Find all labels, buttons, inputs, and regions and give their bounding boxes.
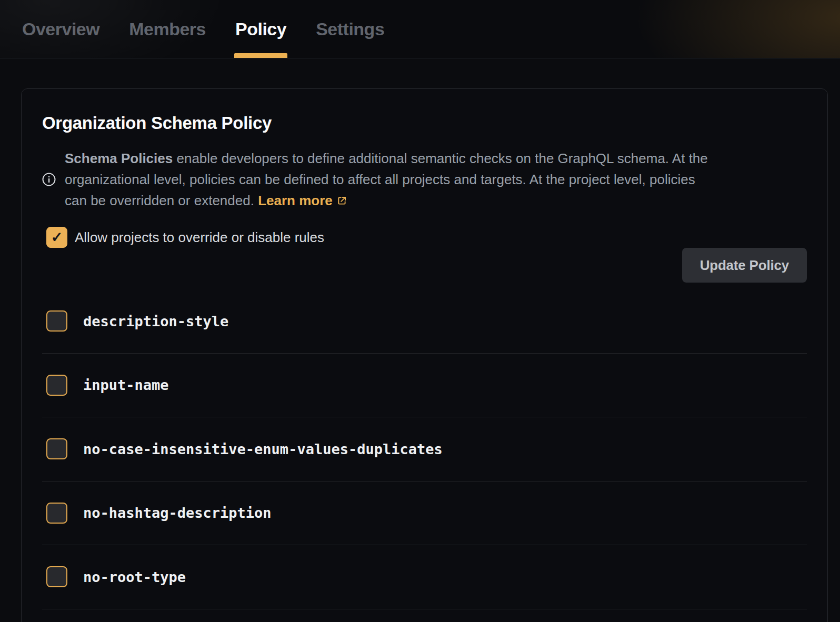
rule-row-no-hashtag-description[interactable]: no-hashtag-description bbox=[42, 481, 807, 546]
rule-name: no-hashtag-description bbox=[83, 505, 272, 521]
allow-override-row: ✓ Allow projects to override or disable … bbox=[42, 227, 807, 248]
rule-name: input-name bbox=[83, 377, 169, 393]
tab-settings-label: Settings bbox=[316, 19, 384, 39]
policy-card: Organization Schema Policy Schema Polici… bbox=[21, 88, 828, 622]
allow-override-checkbox[interactable]: ✓ bbox=[46, 227, 67, 248]
tab-bar: Overview Members Policy Settings bbox=[0, 0, 840, 58]
description-line-2: organizational level, policies can be de… bbox=[65, 169, 708, 190]
allow-override-label: Allow projects to override or disable ru… bbox=[75, 229, 324, 246]
tab-overview[interactable]: Overview bbox=[22, 0, 99, 58]
description-line-3: can be overridden or extended. Learn mor… bbox=[65, 190, 708, 211]
policy-description: Schema Policies enable developers to def… bbox=[42, 148, 807, 211]
tab-settings[interactable]: Settings bbox=[316, 0, 384, 58]
tab-members[interactable]: Members bbox=[129, 0, 206, 58]
page-title: Organization Schema Policy bbox=[42, 112, 807, 134]
rule-checkbox[interactable] bbox=[46, 566, 67, 587]
learn-more-link[interactable]: Learn more bbox=[258, 193, 347, 208]
page-header: Overview Members Policy Settings bbox=[0, 0, 840, 58]
tab-members-label: Members bbox=[129, 19, 206, 39]
description-line-1: Schema Policies enable developers to def… bbox=[65, 148, 708, 169]
rule-name: no-root-type bbox=[83, 569, 186, 585]
rule-row-description-style[interactable]: description-style bbox=[42, 289, 807, 354]
tab-policy-label: Policy bbox=[235, 19, 286, 39]
rule-row-input-name[interactable]: input-name bbox=[42, 354, 807, 418]
update-policy-button[interactable]: Update Policy bbox=[682, 248, 807, 283]
rule-checkbox[interactable] bbox=[46, 310, 67, 332]
active-tab-underline bbox=[234, 53, 287, 58]
description-text: Schema Policies enable developers to def… bbox=[65, 148, 708, 211]
rule-row-no-case-insensitive-enum-values-duplicates[interactable]: no-case-insensitive-enum-values-duplicat… bbox=[42, 417, 807, 481]
info-circle-icon bbox=[42, 173, 56, 186]
rule-row-no-root-type[interactable]: no-root-type bbox=[42, 545, 807, 609]
rules-list: description-style input-name no-case-ins… bbox=[42, 289, 807, 609]
rule-name: no-case-insensitive-enum-values-duplicat… bbox=[83, 441, 443, 457]
rule-checkbox[interactable] bbox=[46, 375, 67, 396]
external-link-icon bbox=[336, 191, 347, 202]
tab-policy[interactable]: Policy bbox=[235, 0, 286, 58]
tab-overview-label: Overview bbox=[22, 19, 99, 39]
rule-checkbox[interactable] bbox=[46, 438, 67, 459]
button-row: Update Policy bbox=[42, 248, 807, 283]
check-icon: ✓ bbox=[51, 230, 63, 245]
rule-name: description-style bbox=[83, 313, 228, 329]
rule-checkbox[interactable] bbox=[46, 503, 67, 524]
